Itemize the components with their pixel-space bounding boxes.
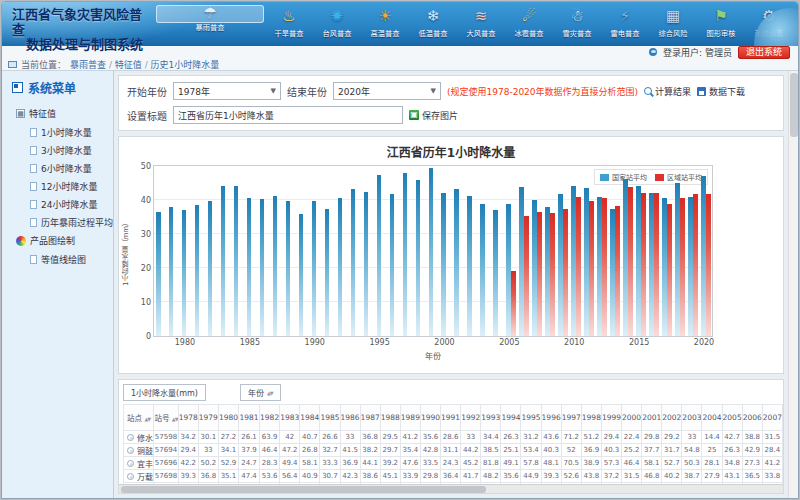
bar-national-2018 <box>675 183 680 336</box>
sidebar-item[interactable]: 等值线绘图 <box>2 250 113 268</box>
value-cell: 38.6 <box>360 470 380 483</box>
value-cell: 53.4 <box>521 444 541 457</box>
value-cell: 24.7 <box>239 457 260 470</box>
plot-area: 国家站平均区域站平均 <box>153 165 713 337</box>
toolbar-item-snow[interactable]: ☃雪灾普查 <box>554 5 600 43</box>
sidebar-item[interactable]: 12小时降水量 <box>2 177 113 195</box>
toolbar-item-lightning[interactable]: ⚡雷电普查 <box>602 5 648 43</box>
toolbar-item-rainstorm[interactable]: ☂暴雨普查 <box>156 5 264 23</box>
save-image-button[interactable]: ▣ 保存图片 <box>409 109 458 122</box>
toolbar-item-high-temp[interactable]: ☀高温普查 <box>362 5 408 43</box>
year-column-header[interactable]: 1996 <box>541 405 561 431</box>
x-tick-label: 2010 <box>564 338 584 347</box>
year-column-header[interactable]: 2002 <box>662 405 682 431</box>
sidebar-item-label: 3小时降水量 <box>41 144 92 157</box>
year-column-header[interactable]: 2007 <box>762 405 782 431</box>
toolbar-item-hail[interactable]: ☄冰雹普查 <box>506 5 552 43</box>
vertical-scrollbar[interactable] <box>788 71 798 498</box>
start-year-select[interactable]: 1978年▼ <box>173 82 281 100</box>
station-name-cell[interactable]: 宜丰 <box>124 457 154 470</box>
year-column-header[interactable]: 1999 <box>601 405 621 431</box>
typhoon-icon: ✺ <box>324 5 350 27</box>
toolbar-item-typhoon[interactable]: ✺台风普查 <box>314 5 360 43</box>
year-column-header[interactable]: 1983 <box>280 405 300 431</box>
breadcrumb-item[interactable]: 特征值 <box>115 60 142 70</box>
year-column-header[interactable]: 2000 <box>622 405 642 431</box>
bar-regional-2014 <box>628 187 633 336</box>
column-header[interactable]: 站点 ▲▼ <box>124 405 154 431</box>
year-column-header[interactable]: 2001 <box>642 405 662 431</box>
breadcrumb-item[interactable]: 历史1小时降水量 <box>151 60 220 70</box>
calc-result-button[interactable]: 计算结果 <box>644 85 691 98</box>
scrollbar-thumb[interactable] <box>121 486 486 493</box>
sidebar-item[interactable]: 1小时降水量 <box>2 123 113 141</box>
scrollbar-thumb[interactable] <box>790 73 798 137</box>
sidebar-item[interactable]: 历年暴雨过程平均降水量 <box>2 213 113 231</box>
sidebar-item[interactable]: 24小时降水量 <box>2 195 113 213</box>
year-column-header[interactable]: 1981 <box>239 405 260 431</box>
value-cell: 52.7 <box>662 457 682 470</box>
value-cell: 31.5 <box>762 431 782 444</box>
end-year-select[interactable]: 2020年▼ <box>333 82 441 100</box>
year-column-header[interactable]: 1992 <box>461 405 481 431</box>
value-cell: 39.2 <box>380 457 400 470</box>
year-column-header[interactable]: 1987 <box>360 405 380 431</box>
station-name-cell[interactable]: 修水 <box>124 431 154 444</box>
table-horizontal-scrollbar[interactable] <box>119 484 783 493</box>
value-cell: 52 <box>561 444 581 457</box>
value-cell: 25.2 <box>622 444 642 457</box>
value-cell: 46.8 <box>642 470 662 483</box>
year-sort-header[interactable]: 年份 ▲▼ <box>240 384 281 401</box>
toolbar-item-drought[interactable]: ♨干旱普查 <box>266 5 312 43</box>
sidebar-group-2[interactable]: 产品图绘制 <box>2 231 113 250</box>
toolbar-item-low-temp[interactable]: ❄低温普查 <box>410 5 456 43</box>
year-column-header[interactable]: 1995 <box>521 405 541 431</box>
year-column-header[interactable]: 1988 <box>380 405 400 431</box>
toolbar-item-label: 低温普查 <box>419 28 448 38</box>
y-tick-label: 0 <box>146 332 151 341</box>
value-cell: 52.6 <box>561 470 581 483</box>
year-column-header[interactable]: 1982 <box>260 405 280 431</box>
logout-button[interactable]: 退出系统 <box>738 46 790 59</box>
radio-icon[interactable] <box>127 460 134 467</box>
user-icon <box>649 48 657 56</box>
radio-icon[interactable] <box>127 447 134 454</box>
sidebar-group-1[interactable]: ▦特征值 <box>2 104 113 123</box>
year-column-header[interactable]: 1978 <box>178 405 198 431</box>
year-column-header[interactable]: 2003 <box>682 405 702 431</box>
year-column-header[interactable]: 2005 <box>722 405 742 431</box>
year-column-header[interactable]: 1998 <box>581 405 601 431</box>
station-name-cell[interactable]: 万载 <box>124 470 154 483</box>
breadcrumb-item[interactable]: 暴雨普查 <box>70 60 106 70</box>
year-column-header[interactable]: 1980 <box>218 405 238 431</box>
sidebar-item[interactable]: 6小时降水量 <box>2 159 113 177</box>
column-header[interactable]: 站号 ▲▼ <box>154 405 178 431</box>
year-column-header[interactable]: 1989 <box>400 405 420 431</box>
radio-icon[interactable] <box>127 434 134 441</box>
menu-icon <box>12 82 23 93</box>
data-download-button[interactable]: 数据下载 <box>697 85 745 98</box>
bar-national-1998 <box>416 180 421 336</box>
radio-icon[interactable] <box>127 473 134 480</box>
toolbar-item-gale[interactable]: ≋大风普查 <box>458 5 504 43</box>
year-column-header[interactable]: 2004 <box>702 405 722 431</box>
value-cell: 71.2 <box>561 431 581 444</box>
table-header-row: 站点 ▲▼站号 ▲▼197819791980198119821983198419… <box>124 405 783 431</box>
year-column-header[interactable]: 1997 <box>561 405 581 431</box>
year-column-header[interactable]: 1979 <box>198 405 218 431</box>
year-column-header[interactable]: 1994 <box>501 405 521 431</box>
station-name-cell[interactable]: 铜鼓 <box>124 444 154 457</box>
sidebar-item[interactable]: 3小时降水量 <box>2 141 113 159</box>
year-column-header[interactable]: 1985 <box>320 405 340 431</box>
value-cell: 26.3 <box>501 431 521 444</box>
chart-title-input[interactable] <box>173 106 403 124</box>
year-column-header[interactable]: 1990 <box>420 405 440 431</box>
measure-selector[interactable]: 1小时降水量(mm) <box>123 384 206 401</box>
year-column-header[interactable]: 1986 <box>340 405 360 431</box>
year-column-header[interactable]: 1993 <box>481 405 501 431</box>
year-column-header[interactable]: 2006 <box>742 405 762 431</box>
toolbar-item-comprehensive-risk[interactable]: ▦综合风险 <box>650 5 696 43</box>
bar-national-1987 <box>273 196 278 336</box>
year-column-header[interactable]: 1984 <box>300 405 320 431</box>
year-column-header[interactable]: 1991 <box>441 405 461 431</box>
